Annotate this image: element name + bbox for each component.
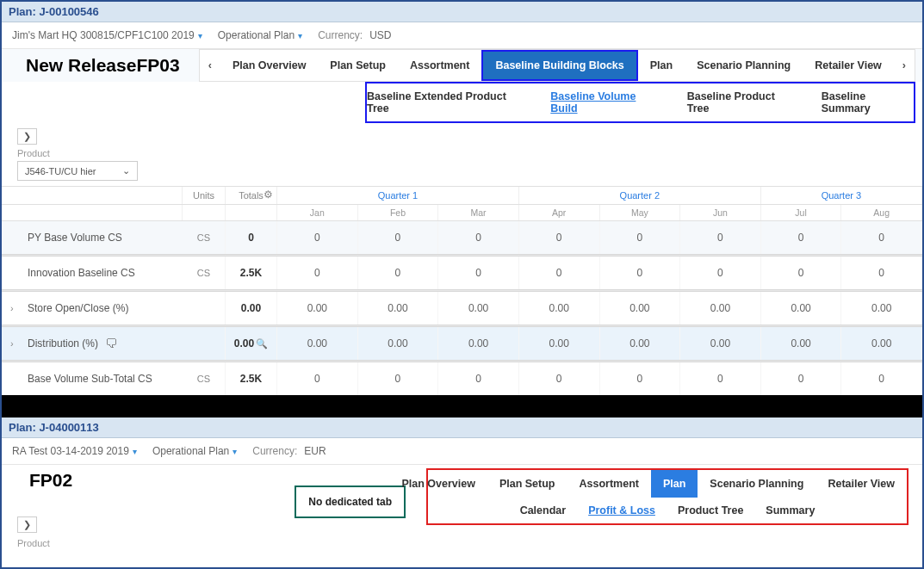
subtab-product-tree[interactable]: Product Tree bbox=[678, 504, 743, 516]
main-tabs: ‹ Plan Overview Plan Setup Assortment Ba… bbox=[199, 49, 915, 82]
cell[interactable]: 0 bbox=[438, 221, 519, 254]
chevron-down-icon: ⌄ bbox=[122, 165, 130, 176]
org-selector[interactable]: RA Test 03-14-2019 2019 ▾ bbox=[12, 445, 137, 457]
cell[interactable]: 0 bbox=[519, 221, 600, 254]
main-nav-row: New ReleaseFP03 ‹ Plan Overview Plan Set… bbox=[2, 49, 922, 82]
row-total: 2.5K bbox=[226, 362, 277, 395]
tabs-next-button[interactable]: › bbox=[894, 52, 915, 79]
expand-sidebar-button[interactable]: ❯ bbox=[17, 128, 37, 145]
cell[interactable]: 0 bbox=[519, 362, 600, 395]
tab-assortment[interactable]: Assortment bbox=[398, 52, 481, 79]
row-units: CS bbox=[183, 257, 226, 289]
cell[interactable]: 0.00 bbox=[680, 292, 761, 325]
tab-assortment[interactable]: Assortment bbox=[567, 470, 650, 498]
subtab-summary[interactable]: Summary bbox=[766, 504, 815, 516]
cell[interactable]: 0.00 bbox=[277, 292, 358, 325]
row-label: Innovation Baseline CS bbox=[2, 267, 183, 279]
cell[interactable]: 0 bbox=[761, 221, 842, 254]
expand-icon[interactable]: › bbox=[10, 303, 14, 313]
subtab-baseline-summary[interactable]: Baseline Summary bbox=[822, 90, 914, 114]
quarter-3-header[interactable]: Quarter 3 bbox=[761, 187, 922, 204]
cell[interactable]: 0.00 bbox=[438, 327, 519, 360]
tab-plan-overview[interactable]: Plan Overview bbox=[220, 52, 318, 79]
cell[interactable]: 0 bbox=[438, 362, 519, 395]
plan-title-bar: Plan: J-04000113 bbox=[2, 417, 922, 438]
table-row: ›Store Open/Close (%) 0.00 0.00 0.00 0.0… bbox=[2, 292, 922, 325]
row-units: CS bbox=[183, 221, 226, 254]
cell[interactable]: 0 bbox=[761, 362, 842, 395]
cell[interactable]: 0 bbox=[841, 257, 922, 289]
subtab-baseline-product-tree[interactable]: Baseline Product Tree bbox=[687, 90, 796, 114]
cell[interactable]: 0 bbox=[680, 257, 761, 289]
zoom-icon[interactable]: 🔍 bbox=[256, 338, 268, 349]
cell[interactable]: 0.00 bbox=[841, 292, 922, 325]
tab-baseline-building-blocks[interactable]: Baseline Building Blocks bbox=[481, 50, 637, 81]
cell[interactable]: 0.00 bbox=[680, 327, 761, 360]
month-jul: Jul bbox=[761, 205, 842, 220]
plan-type-selector[interactable]: Operational Plan ▾ bbox=[152, 445, 237, 457]
cell[interactable]: 0.00 bbox=[761, 327, 842, 360]
tabs-prev-button[interactable]: ‹ bbox=[200, 52, 220, 79]
row-units: CS bbox=[183, 362, 226, 395]
tab-scenario-planning[interactable]: Scenario Planning bbox=[685, 52, 803, 79]
cell[interactable]: 0.00 bbox=[519, 292, 600, 325]
cell[interactable]: 0.00 bbox=[358, 327, 439, 360]
tab-retailer-view[interactable]: Retailer View bbox=[803, 52, 894, 79]
chevron-down-icon: ▾ bbox=[133, 447, 137, 456]
cell[interactable]: 0.00 bbox=[761, 292, 842, 325]
quarter-1-header[interactable]: Quarter 1 bbox=[277, 187, 519, 204]
subtab-profit-loss[interactable]: Profit & Loss bbox=[588, 504, 655, 516]
cell[interactable]: 0.00 bbox=[358, 292, 439, 325]
cell[interactable]: 0 bbox=[277, 221, 358, 254]
row-total: 0.00 bbox=[226, 292, 277, 325]
cell[interactable]: 0 bbox=[680, 362, 761, 395]
cell[interactable]: 0.00 bbox=[841, 327, 922, 360]
quarter-2-header[interactable]: Quarter 2 bbox=[519, 187, 761, 204]
release-annotation: New ReleaseFP03 bbox=[2, 50, 195, 81]
units-header: Units bbox=[183, 187, 226, 204]
tab-plan[interactable]: Plan bbox=[638, 52, 685, 79]
tab-plan[interactable]: Plan bbox=[651, 470, 698, 498]
org-selector[interactable]: Jim's Mart HQ 300815/CPF1C100 2019 ▾ bbox=[12, 29, 202, 41]
cell[interactable]: 0 bbox=[358, 362, 439, 395]
cell[interactable]: 0 bbox=[841, 221, 922, 254]
tab-plan-setup[interactable]: Plan Setup bbox=[487, 470, 567, 498]
cell[interactable]: 0.00 bbox=[600, 292, 681, 325]
cell[interactable]: 0 bbox=[519, 257, 600, 289]
row-label-text: Store Open/Close (%) bbox=[28, 302, 128, 314]
cell[interactable]: 0 bbox=[277, 362, 358, 395]
tab-plan-overview[interactable]: Plan Overview bbox=[389, 470, 487, 498]
table-row: › Distribution (%) 🗨 0.00🔍 0.00 0.00 0.0… bbox=[2, 327, 922, 360]
subtab-baseline-volume-build[interactable]: Baseline Volume Build bbox=[550, 90, 660, 114]
cell[interactable]: 0 bbox=[277, 257, 358, 289]
cell[interactable]: 0 bbox=[438, 257, 519, 289]
cell[interactable]: 0 bbox=[761, 257, 842, 289]
cell[interactable]: 0 bbox=[841, 362, 922, 395]
tab-scenario-planning[interactable]: Scenario Planning bbox=[698, 470, 815, 498]
cell[interactable]: 0 bbox=[358, 221, 439, 254]
comment-icon[interactable]: 🗨 bbox=[105, 337, 117, 350]
cell[interactable]: 0 bbox=[680, 221, 761, 254]
cell[interactable]: 0.00 bbox=[519, 327, 600, 360]
cell[interactable]: 0 bbox=[600, 257, 681, 289]
currency-display: Currency: EUR bbox=[252, 445, 326, 457]
expand-sidebar-button[interactable]: ❯ bbox=[17, 516, 37, 533]
screenshot-divider bbox=[2, 395, 922, 417]
table-row: Innovation Baseline CS CS 2.5K 0 0 0 0 0… bbox=[2, 257, 922, 289]
tab-plan-setup[interactable]: Plan Setup bbox=[318, 52, 398, 79]
cell[interactable]: 0 bbox=[600, 221, 681, 254]
cell[interactable]: 0.00 bbox=[438, 292, 519, 325]
tab-retailer-view[interactable]: Retailer View bbox=[815, 470, 907, 498]
subtab-baseline-extended-product-tree[interactable]: Baseline Extended Product Tree bbox=[367, 90, 524, 114]
plan-title: Plan: J-00100546 bbox=[9, 5, 99, 18]
plan-type-selector[interactable]: Operational Plan ▾ bbox=[218, 29, 302, 41]
cell[interactable]: 0 bbox=[600, 362, 681, 395]
cell[interactable]: 0.00 bbox=[277, 327, 358, 360]
subtab-calendar[interactable]: Calendar bbox=[520, 504, 567, 516]
product-select[interactable]: J546-TU/CU hier ⌄ bbox=[17, 161, 138, 181]
gear-icon[interactable]: ⚙ bbox=[264, 189, 273, 201]
row-units bbox=[183, 327, 226, 360]
cell[interactable]: 0.00 bbox=[600, 327, 681, 360]
expand-icon[interactable]: › bbox=[10, 338, 14, 349]
cell[interactable]: 0 bbox=[358, 257, 439, 289]
